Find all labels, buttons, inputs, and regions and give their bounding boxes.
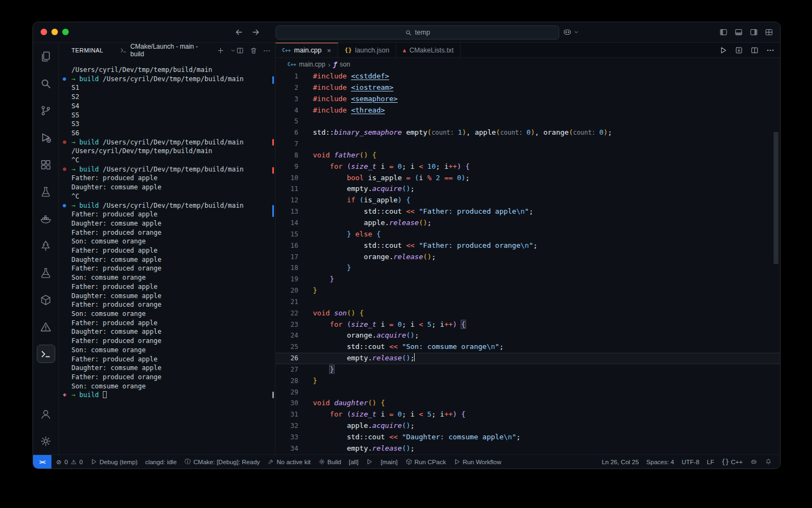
status-debug-target[interactable]: Debug (temp) xyxy=(87,455,141,469)
status-copilot-status[interactable] xyxy=(746,458,761,465)
terminal-line: Daughter: comsume apple xyxy=(71,219,271,228)
nav-buttons xyxy=(234,26,260,37)
todo-tree-icon xyxy=(40,240,52,252)
status-cmake-build-target[interactable]: [all] xyxy=(345,455,362,469)
minimize-window-button[interactable] xyxy=(51,29,58,35)
status-cmake-status[interactable]: ⓘCMake: [Debug]: Ready xyxy=(180,455,264,469)
back-icon[interactable] xyxy=(234,28,244,37)
forward-icon[interactable] xyxy=(251,28,260,37)
status-run-workflow[interactable]: Run Workflow xyxy=(450,455,505,469)
status-cmake-debug-button[interactable] xyxy=(362,455,377,469)
status-eol-label: LF xyxy=(707,459,714,465)
split-editor-icon[interactable] xyxy=(750,46,759,55)
line-number: 19 xyxy=(276,274,313,285)
more-actions-icon[interactable] xyxy=(766,46,775,55)
run-debug-icon xyxy=(40,131,52,144)
activity-item-testing[interactable] xyxy=(33,178,58,205)
close-window-button[interactable] xyxy=(41,29,47,35)
customize-layout-icon[interactable] xyxy=(764,28,774,37)
line-number: 3 xyxy=(276,94,313,105)
activity-item-problems[interactable] xyxy=(33,313,58,340)
terminal-line: Daughter: comsume apple xyxy=(71,364,271,373)
terminal-dropdown-icon[interactable] xyxy=(230,48,236,54)
editor-scrollbar[interactable] xyxy=(774,132,778,264)
code-line-12: 12 if (is_apple) { xyxy=(276,195,780,206)
activity-item-explorer[interactable] xyxy=(33,43,58,70)
code-line-3: 3#include <semaphore> xyxy=(276,94,780,105)
traffic-lights xyxy=(41,29,69,35)
cpp-file-icon: C++ xyxy=(282,48,291,53)
breadcrumb-file[interactable]: main.cpp xyxy=(299,61,325,68)
settings-icon xyxy=(40,435,52,447)
terminal-line: Son: comsume orange xyxy=(71,382,271,391)
status-cursor-position[interactable]: Ln 26, Col 25 xyxy=(598,459,643,465)
activity-item-settings[interactable] xyxy=(33,427,58,454)
terminal-line: S2 xyxy=(71,93,271,102)
code-line-33: 33 std::cout << "Daughter: comsume apple… xyxy=(276,432,780,443)
package-explorer-icon xyxy=(40,294,52,306)
toggle-panel-bottom-icon[interactable] xyxy=(734,28,743,37)
activity-item-extensions[interactable] xyxy=(33,151,58,178)
terminal-scroll-mark xyxy=(272,205,274,217)
cmake-file-icon: ▲ xyxy=(403,47,406,53)
status-encoding[interactable]: UTF-8 xyxy=(678,459,703,465)
status-eol[interactable]: LF xyxy=(703,459,718,465)
zoom-window-button[interactable] xyxy=(62,29,69,35)
code-line-10: 10 bool is_apple = (i % 2 == 0); xyxy=(276,173,780,184)
copilot-menu[interactable] xyxy=(562,27,579,37)
open-changes-icon[interactable] xyxy=(735,46,743,55)
kill-terminal-button[interactable] xyxy=(250,47,258,55)
activity-item-todo-tree[interactable] xyxy=(33,232,58,259)
json-file-icon: {} xyxy=(345,47,352,54)
activity-item-search[interactable] xyxy=(33,70,58,97)
panel-header: TERMINAL CMake/Launch - main - build ⋯ xyxy=(59,43,275,58)
status-cmake-launch-target[interactable]: [main] xyxy=(377,455,401,469)
status-clangd-status[interactable]: clangd: idle xyxy=(141,455,180,469)
status-cmake-build[interactable]: Build xyxy=(315,455,345,469)
panel-more-actions[interactable]: ⋯ xyxy=(263,47,271,55)
gear-icon xyxy=(318,458,325,465)
activity-item-docker[interactable] xyxy=(33,205,58,232)
status-problems[interactable]: ⊘0⚠0 xyxy=(51,455,87,469)
line-number: 33 xyxy=(276,432,313,443)
problems-icon xyxy=(40,321,52,333)
activity-item-run-debug[interactable] xyxy=(33,124,58,151)
line-number: 22 xyxy=(276,308,313,319)
remote-indicator[interactable]: >< xyxy=(33,455,51,469)
status-language-mode[interactable]: {}C++ xyxy=(718,458,746,465)
activity-item-lab[interactable] xyxy=(33,259,58,286)
status-notifications[interactable] xyxy=(761,458,776,465)
status-indentation[interactable]: Spaces: 4 xyxy=(643,459,678,465)
split-terminal-button[interactable] xyxy=(236,47,244,55)
status-cmake-kit[interactable]: No active kit xyxy=(264,455,315,469)
terminal-icon xyxy=(40,348,52,360)
breadcrumb-symbol[interactable]: son xyxy=(340,61,350,68)
code-line-1: 1#include <cstddef> xyxy=(276,71,780,82)
activity-item-package-explorer[interactable] xyxy=(33,286,58,313)
tab-main.cpp[interactable]: C++main.cpp× xyxy=(276,43,338,57)
run-file-button-icon[interactable] xyxy=(719,46,728,55)
line-number: 9 xyxy=(276,161,313,173)
terminal-line: S6 xyxy=(71,129,271,138)
status-run-cpack[interactable]: Run CPack xyxy=(402,455,450,469)
activity-item-source-control[interactable] xyxy=(33,97,58,124)
terminal-line: /Users/cyril/Dev/tmp/temp/build/main xyxy=(71,147,271,156)
status-run-cpack-label: Run CPack xyxy=(415,459,446,465)
toggle-sidebar-left-icon[interactable] xyxy=(719,28,728,37)
line-number: 25 xyxy=(276,341,313,353)
bell-icon xyxy=(765,458,772,465)
tab-bar: C++main.cpp×{}launch.json▲CMakeLists.txt xyxy=(276,43,780,58)
close-tab-icon[interactable]: × xyxy=(327,47,331,55)
code-area[interactable]: 1#include <cstddef>2#include <iostream>3… xyxy=(276,71,780,454)
activity-item-terminal[interactable] xyxy=(33,340,58,367)
terminal-line: S1 xyxy=(71,83,271,93)
activity-item-account[interactable] xyxy=(33,400,58,427)
toggle-sidebar-right-icon[interactable] xyxy=(749,28,758,37)
terminal-icon xyxy=(120,47,127,54)
terminal-tab[interactable]: CMake/Launch - main - build xyxy=(120,43,211,58)
new-terminal-button[interactable] xyxy=(217,47,225,55)
command-center[interactable]: temp xyxy=(276,25,559,39)
tab-launch.json[interactable]: {}launch.json xyxy=(338,43,397,57)
tab-CMakeLists.txt[interactable]: ▲CMakeLists.txt xyxy=(396,43,461,57)
terminal-line: ⊗→ build /Users/cyril/Dev/tmp/temp/build… xyxy=(71,165,271,174)
